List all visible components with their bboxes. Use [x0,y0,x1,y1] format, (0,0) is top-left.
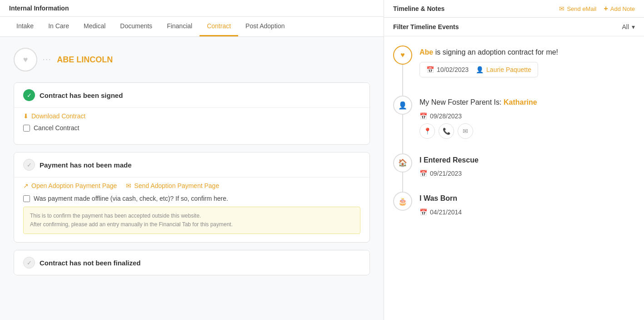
phone-icon-button[interactable]: 📞 [439,123,454,139]
card-contract-signed-body: ⬇ Download Contract Cancel Contract [14,107,369,144]
panel-header: Internal Information [0,0,384,17]
left-content: ♥ ··· ABE LINCOLN ✓ Contract has been si… [0,37,384,320]
timeline-title-born: I Was Born [419,193,635,203]
card-finalized-header: ✓ Contract has not been finalized [14,250,369,275]
check-icon: ✓ [27,92,32,99]
timeline-item-rescue: 🏠 I Entered Rescue 📅 09/21/2023 [393,153,635,177]
timeline-title-rescue: I Entered Rescue [419,155,635,165]
send-payment-page-link[interactable]: ✉ Send Adoption Payment Page [126,182,219,189]
tab-financial[interactable]: Financial [160,17,200,36]
timeline-meta-box-signing: 📅 10/02/2023 👤 Laurie Paquette [419,62,538,77]
pet-name: ABE LINCOLN [57,55,113,65]
offline-payment-row: Was payment made offline (via cash, chec… [23,195,360,202]
contact-icons-foster: 📍 📞 ✉ [419,123,635,139]
timeline-content-foster: My New Foster Parent Is: Katharine 📅 09/… [419,96,635,138]
heart-icon: ♥ [23,55,28,65]
info-box-line2: After confirming, please add an entry ma… [30,220,354,229]
timeline-title-suffix-signing: is signing an adoption contract for me! [435,48,558,56]
info-box-line1: This is to confirm the payment has been … [30,212,354,220]
card-payment-header: ✓ Payment has not been made [14,152,369,177]
send-email-link[interactable]: ✉ Send eMail [559,5,596,12]
signed-icon: ✓ [23,89,35,101]
card-contract-signed-header: ✓ Contract has been signed [14,83,369,107]
offline-payment-checkbox[interactable] [23,195,30,202]
filter-select[interactable]: All ▾ [622,23,635,30]
timeline-icon-rescue: 🏠 [393,153,412,173]
highlight-abe: Abe [419,48,433,56]
tab-medical[interactable]: Medical [76,17,113,36]
pet-header: ♥ ··· ABE LINCOLN [14,48,370,71]
pet-dots: ··· [43,56,51,64]
plus-icon: + [604,5,608,13]
calendar-icon-born: 📅 [419,208,427,216]
email-icon-button[interactable]: ✉ [458,123,473,139]
timeline-item-signing: ♥ Abe is signing an adoption contract fo… [393,46,635,81]
pet-avatar: ♥ [14,48,37,71]
mail-icon: ✉ [126,182,131,189]
filter-value: All [622,23,629,30]
payment-links-row: ↗ Open Adoption Payment Page ✉ Send Adop… [23,182,360,189]
card-contract-signed-title: Contract has been signed [40,91,123,99]
download-contract-link[interactable]: ⬇ Download Contract [23,112,360,120]
offline-payment-label: Was payment made offline (via cash, chec… [34,195,228,202]
timeline-icon-foster: 👤 [393,96,412,115]
payment-pending-icon: ✓ [23,159,35,171]
timeline-item-foster: 👤 My New Foster Parent Is: Katharine 📅 0… [393,96,635,138]
timeline-item-born: 🎂 I Was Born 📅 04/21/2014 [393,192,635,215]
card-contract-signed: ✓ Contract has been signed ⬇ Download Co… [14,82,370,145]
timeline-icon-born: 🎂 [393,192,412,211]
left-panel: Internal Information Intake In Care Medi… [0,0,384,320]
card-payment: ✓ Payment has not been made ↗ Open Adopt… [14,152,370,243]
download-icon: ⬇ [23,112,29,120]
tab-contract[interactable]: Contract [200,17,238,36]
email-icon: ✉ [559,5,564,12]
filter-bar: Filter Timeline Events All ▾ [384,18,644,36]
tab-postadoption[interactable]: Post Adoption [238,17,292,36]
user-icon-signing: 👤 [476,66,484,73]
right-header: Timeline & Notes ✉ Send eMail + Add Note [384,0,644,18]
timeline-user-signing[interactable]: 👤 Laurie Paquette [476,66,531,73]
tab-incare[interactable]: In Care [41,17,76,36]
timeline-content-rescue: I Entered Rescue 📅 09/21/2023 [419,153,635,177]
timeline-date-born: 📅 04/21/2014 [419,208,635,216]
filter-label: Filter Timeline Events [393,23,459,30]
check-outline-icon2: ✓ [27,259,32,266]
card-payment-body: ↗ Open Adoption Payment Page ✉ Send Adop… [14,177,369,242]
card-payment-title: Payment has not been made [40,161,132,169]
finalized-pending-icon: ✓ [23,257,35,269]
right-header-title: Timeline & Notes [393,5,444,12]
external-icon: ↗ [23,182,29,189]
card-finalized: ✓ Contract has not been finalized [14,250,370,275]
timeline-date-signing: 📅 10/02/2023 [426,66,469,73]
calendar-icon-foster: 📅 [419,112,427,120]
timeline-icon-signing: ♥ [393,46,412,65]
location-icon-button[interactable]: 📍 [419,123,435,139]
timeline-title-signing: Abe is signing an adoption contract for … [419,47,635,57]
timeline-content-born: I Was Born 📅 04/21/2014 [419,192,635,215]
timeline: ♥ Abe is signing an adoption contract fo… [384,36,644,320]
payment-info-box: This is to confirm the payment has been … [23,207,360,234]
panel-title: Internal Information [9,5,69,12]
foster-title-prefix: My New Foster Parent Is: [419,98,504,106]
calendar-icon-signing: 📅 [426,66,434,73]
cancel-contract-checkbox[interactable] [23,125,30,132]
card-finalized-title: Contract has not been finalized [40,259,141,267]
highlight-katharine: Katharine [504,98,537,106]
timeline-title-foster: My New Foster Parent Is: Katharine [419,97,635,107]
cancel-contract-label: Cancel Contract [34,124,79,132]
calendar-icon-rescue: 📅 [419,170,427,177]
cancel-contract-row: Cancel Contract [23,124,360,132]
check-outline-icon: ✓ [27,162,32,168]
timeline-date-rescue: 📅 09/21/2023 [419,170,635,177]
right-panel: Timeline & Notes ✉ Send eMail + Add Note… [384,0,644,320]
chevron-down-icon: ▾ [632,23,635,30]
tab-intake[interactable]: Intake [9,17,41,36]
open-payment-page-link[interactable]: ↗ Open Adoption Payment Page [23,182,117,189]
tabs-bar: Intake In Care Medical Documents Financi… [0,17,384,37]
tab-documents[interactable]: Documents [113,17,160,36]
add-note-link[interactable]: + Add Note [604,5,635,13]
right-header-actions: ✉ Send eMail + Add Note [559,5,635,13]
timeline-date-foster: 📅 09/28/2023 [419,112,635,120]
timeline-content-signing: Abe is signing an adoption contract for … [419,46,635,81]
